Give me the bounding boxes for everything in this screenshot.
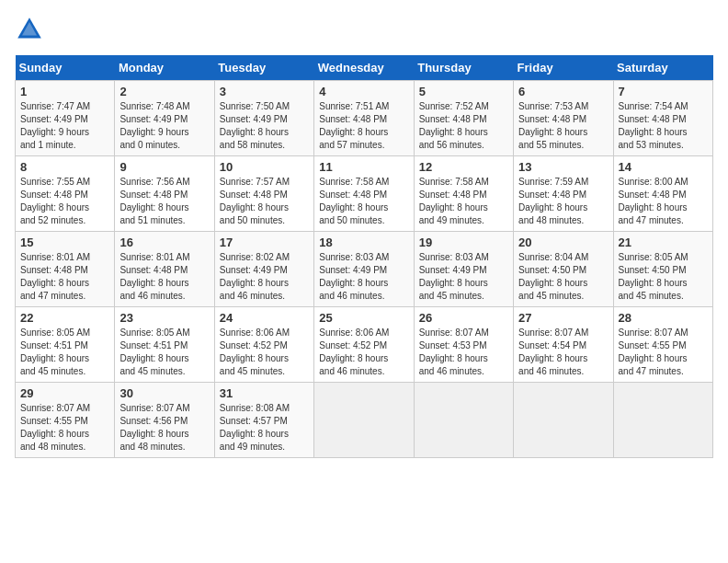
calendar-cell: 25Sunrise: 8:06 AM Sunset: 4:52 PM Dayli… [314,307,414,383]
day-info: Sunrise: 7:55 AM Sunset: 4:48 PM Dayligh… [20,176,109,227]
day-info: Sunrise: 7:58 AM Sunset: 4:48 PM Dayligh… [319,176,408,227]
day-info: Sunrise: 8:07 AM Sunset: 4:55 PM Dayligh… [20,402,109,454]
day-number: 31 [220,386,309,400]
day-number: 21 [619,236,708,249]
day-number: 26 [419,311,508,325]
calendar-cell: 16Sunrise: 8:01 AM Sunset: 4:48 PM Dayli… [115,232,214,307]
calendar-table: SundayMondayTuesdayWednesdayThursdayFrid… [15,55,713,458]
calendar-cell: 11Sunrise: 7:58 AM Sunset: 4:48 PM Dayli… [314,156,414,232]
calendar-cell: 13Sunrise: 7:59 AM Sunset: 4:48 PM Dayli… [514,156,613,232]
calendar-cell: 6Sunrise: 7:53 AM Sunset: 4:48 PM Daylig… [514,81,613,156]
day-info: Sunrise: 8:07 AM Sunset: 4:54 PM Dayligh… [518,327,608,378]
calendar-cell [613,383,712,458]
day-info: Sunrise: 8:03 AM Sunset: 4:49 PM Dayligh… [419,251,508,303]
day-number: 9 [119,160,209,174]
calendar-cell: 2Sunrise: 7:48 AM Sunset: 4:49 PM Daylig… [115,81,214,156]
day-header-monday: Monday [115,55,214,81]
day-info: Sunrise: 8:08 AM Sunset: 4:57 PM Dayligh… [220,402,309,454]
day-number: 30 [119,386,209,400]
calendar-week-row: 29Sunrise: 8:07 AM Sunset: 4:55 PM Dayli… [16,383,713,458]
day-number: 1 [20,85,109,98]
day-info: Sunrise: 7:54 AM Sunset: 4:48 PM Dayligh… [619,100,708,152]
day-number: 13 [518,160,608,174]
day-info: Sunrise: 8:05 AM Sunset: 4:51 PM Dayligh… [119,327,209,378]
day-header-tuesday: Tuesday [214,55,313,81]
calendar-cell: 23Sunrise: 8:05 AM Sunset: 4:51 PM Dayli… [115,307,214,383]
day-info: Sunrise: 7:52 AM Sunset: 4:48 PM Dayligh… [419,100,508,152]
day-number: 18 [319,236,408,249]
calendar-cell: 26Sunrise: 8:07 AM Sunset: 4:53 PM Dayli… [414,307,513,383]
calendar-cell: 17Sunrise: 8:02 AM Sunset: 4:49 PM Dayli… [214,232,313,307]
calendar-cell: 5Sunrise: 7:52 AM Sunset: 4:48 PM Daylig… [414,81,513,156]
calendar-cell: 9Sunrise: 7:56 AM Sunset: 4:48 PM Daylig… [115,156,214,232]
calendar-cell: 18Sunrise: 8:03 AM Sunset: 4:49 PM Dayli… [314,232,414,307]
page-header [15,15,713,44]
day-info: Sunrise: 8:01 AM Sunset: 4:48 PM Dayligh… [119,251,209,303]
day-header-sunday: Sunday [16,55,115,81]
day-info: Sunrise: 7:53 AM Sunset: 4:48 PM Dayligh… [518,100,608,152]
calendar-cell: 10Sunrise: 7:57 AM Sunset: 4:48 PM Dayli… [214,156,313,232]
calendar-header-row: SundayMondayTuesdayWednesdayThursdayFrid… [16,55,713,81]
day-info: Sunrise: 8:01 AM Sunset: 4:48 PM Dayligh… [20,251,109,303]
calendar-week-row: 15Sunrise: 8:01 AM Sunset: 4:48 PM Dayli… [16,232,713,307]
day-header-saturday: Saturday [613,55,712,81]
day-info: Sunrise: 8:02 AM Sunset: 4:49 PM Dayligh… [220,251,309,303]
day-number: 4 [319,85,408,98]
calendar-cell: 1Sunrise: 7:47 AM Sunset: 4:49 PM Daylig… [16,81,115,156]
day-info: Sunrise: 7:59 AM Sunset: 4:48 PM Dayligh… [518,176,608,227]
day-number: 17 [220,236,309,249]
day-info: Sunrise: 8:05 AM Sunset: 4:50 PM Dayligh… [619,251,708,303]
calendar-cell: 8Sunrise: 7:55 AM Sunset: 4:48 PM Daylig… [16,156,115,232]
calendar-cell: 4Sunrise: 7:51 AM Sunset: 4:48 PM Daylig… [314,81,414,156]
calendar-cell: 28Sunrise: 8:07 AM Sunset: 4:55 PM Dayli… [613,307,712,383]
calendar-cell: 30Sunrise: 8:07 AM Sunset: 4:56 PM Dayli… [115,383,214,458]
calendar-cell: 29Sunrise: 8:07 AM Sunset: 4:55 PM Dayli… [16,383,115,458]
day-header-friday: Friday [514,55,613,81]
calendar-cell: 27Sunrise: 8:07 AM Sunset: 4:54 PM Dayli… [514,307,613,383]
calendar-cell: 21Sunrise: 8:05 AM Sunset: 4:50 PM Dayli… [613,232,712,307]
day-header-thursday: Thursday [414,55,513,81]
day-number: 2 [119,85,209,98]
calendar-cell: 19Sunrise: 8:03 AM Sunset: 4:49 PM Dayli… [414,232,513,307]
day-info: Sunrise: 8:04 AM Sunset: 4:50 PM Dayligh… [518,251,608,303]
day-header-wednesday: Wednesday [314,55,414,81]
calendar-cell: 24Sunrise: 8:06 AM Sunset: 4:52 PM Dayli… [214,307,313,383]
calendar-cell: 20Sunrise: 8:04 AM Sunset: 4:50 PM Dayli… [514,232,613,307]
day-info: Sunrise: 8:07 AM Sunset: 4:56 PM Dayligh… [119,402,209,454]
day-info: Sunrise: 8:06 AM Sunset: 4:52 PM Dayligh… [220,327,309,378]
day-number: 5 [419,85,508,98]
day-info: Sunrise: 7:56 AM Sunset: 4:48 PM Dayligh… [119,176,209,227]
day-info: Sunrise: 7:50 AM Sunset: 4:49 PM Dayligh… [220,100,309,152]
day-number: 25 [319,311,408,325]
day-info: Sunrise: 8:03 AM Sunset: 4:49 PM Dayligh… [319,251,408,303]
calendar-cell [514,383,613,458]
calendar-cell: 15Sunrise: 8:01 AM Sunset: 4:48 PM Dayli… [16,232,115,307]
day-number: 12 [419,160,508,174]
day-number: 6 [518,85,608,98]
day-info: Sunrise: 7:51 AM Sunset: 4:48 PM Dayligh… [319,100,408,152]
calendar-cell: 3Sunrise: 7:50 AM Sunset: 4:49 PM Daylig… [214,81,313,156]
day-number: 20 [518,236,608,249]
day-info: Sunrise: 7:58 AM Sunset: 4:48 PM Dayligh… [419,176,508,227]
day-number: 7 [619,85,708,98]
day-number: 8 [20,160,109,174]
day-info: Sunrise: 7:48 AM Sunset: 4:49 PM Dayligh… [119,100,209,152]
day-number: 19 [419,236,508,249]
day-info: Sunrise: 7:57 AM Sunset: 4:48 PM Dayligh… [220,176,309,227]
calendar-week-row: 8Sunrise: 7:55 AM Sunset: 4:48 PM Daylig… [16,156,713,232]
day-info: Sunrise: 7:47 AM Sunset: 4:49 PM Dayligh… [20,100,109,152]
day-info: Sunrise: 8:07 AM Sunset: 4:55 PM Dayligh… [619,327,708,378]
day-info: Sunrise: 8:06 AM Sunset: 4:52 PM Dayligh… [319,327,408,378]
calendar-week-row: 22Sunrise: 8:05 AM Sunset: 4:51 PM Dayli… [16,307,713,383]
day-number: 15 [20,236,109,249]
logo-icon [15,15,44,44]
calendar-week-row: 1Sunrise: 7:47 AM Sunset: 4:49 PM Daylig… [16,81,713,156]
day-number: 23 [119,311,209,325]
day-number: 3 [220,85,309,98]
day-number: 11 [319,160,408,174]
day-number: 28 [619,311,708,325]
day-info: Sunrise: 8:05 AM Sunset: 4:51 PM Dayligh… [20,327,109,378]
day-info: Sunrise: 8:07 AM Sunset: 4:53 PM Dayligh… [419,327,508,378]
calendar-cell: 14Sunrise: 8:00 AM Sunset: 4:48 PM Dayli… [613,156,712,232]
day-info: Sunrise: 8:00 AM Sunset: 4:48 PM Dayligh… [619,176,708,227]
